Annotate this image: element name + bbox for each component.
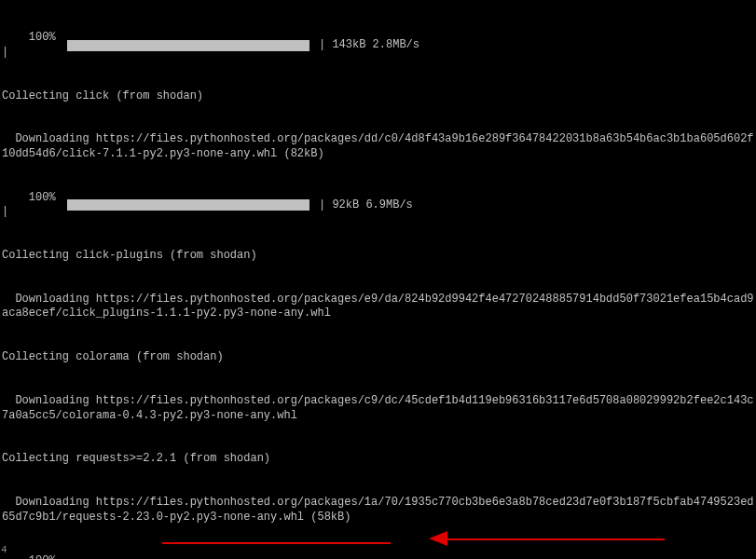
progress-bar	[67, 40, 309, 51]
progress-pct: 100% |	[2, 191, 67, 220]
output-line: Collecting click (from shodan)	[2, 89, 754, 104]
annotation-arrow	[429, 531, 667, 550]
progress-bar	[67, 199, 309, 211]
output-line: Collecting colorama (from shodan)	[2, 350, 754, 365]
output-line: Collecting requests>=2.2.1 (from shodan)	[2, 452, 754, 467]
progress-line: 100% | | 143kB 2.8MB/s	[2, 31, 754, 60]
output-line: Downloading https://files.pythonhosted.o…	[2, 496, 754, 525]
terminal-output: 100% | | 143kB 2.8MB/s Collecting click …	[2, 2, 754, 559]
page-number: 4	[1, 543, 7, 556]
progress-speed: | 92kB 6.9MB/s	[319, 198, 413, 213]
output-line: Downloading https://files.pythonhosted.o…	[2, 293, 754, 321]
arrow-head-icon	[429, 531, 447, 546]
progress-pct: 100% |	[2, 31, 67, 60]
progress-line: 100% | | 61kB 3.3MB/s	[2, 554, 754, 559]
arrow-shaft	[446, 539, 665, 540]
progress-pct: 100% |	[2, 554, 67, 559]
annotation-underline	[162, 542, 391, 544]
output-line: Collecting click-plugins (from shodan)	[2, 249, 754, 264]
progress-speed: | 143kB 2.8MB/s	[319, 38, 419, 53]
progress-line: 100% | | 92kB 6.9MB/s	[2, 191, 754, 220]
output-line: Downloading https://files.pythonhosted.o…	[2, 394, 754, 423]
output-line: Downloading https://files.pythonhosted.o…	[2, 132, 754, 161]
